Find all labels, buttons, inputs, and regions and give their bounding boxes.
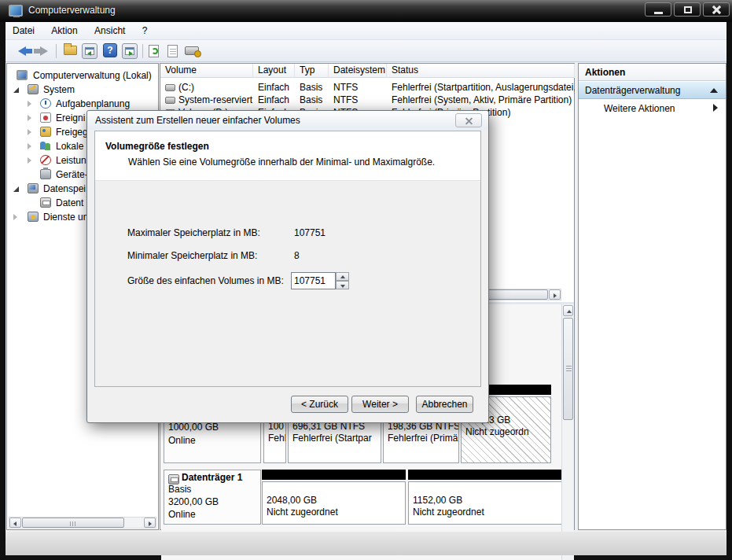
window-title: Computerverwaltung bbox=[28, 5, 116, 16]
volume-icon bbox=[165, 97, 175, 104]
system-icon bbox=[28, 84, 39, 94]
unallocated-bar bbox=[262, 470, 406, 480]
volume-size-label: Größe des einfachen Volumes in MB: bbox=[127, 275, 284, 286]
wizard-heading: Volumegröße festlegen bbox=[105, 141, 209, 152]
actions-item-weitere-aktionen[interactable]: Weitere Aktionen bbox=[579, 100, 726, 117]
scroll-thumb[interactable] bbox=[22, 518, 124, 528]
gear-icon bbox=[194, 50, 201, 57]
collapsed-twisty-icon[interactable] bbox=[28, 129, 31, 135]
collapsed-twisty-icon[interactable] bbox=[28, 101, 31, 107]
collapsed-twisty-icon[interactable] bbox=[28, 143, 31, 149]
actions-group-datentraegerverwaltung[interactable]: Datenträgerverwaltung bbox=[579, 82, 726, 99]
toolbar: ? bbox=[6, 40, 726, 62]
toolbar-separator bbox=[56, 44, 57, 58]
disk-management-node-icon bbox=[40, 197, 51, 208]
actions-title: Aktionen bbox=[579, 64, 726, 81]
disk0-size: 1000,00 GB bbox=[164, 422, 260, 433]
collapsed-twisty-icon[interactable] bbox=[13, 214, 17, 220]
column-layout[interactable]: Layout bbox=[253, 64, 295, 78]
column-status[interactable]: Status bbox=[387, 64, 575, 78]
disk1-unallocated-block-2[interactable]: 1152,00 GBNicht zugeordnet bbox=[408, 470, 562, 525]
column-dateisystem[interactable]: Dateisystem bbox=[329, 64, 387, 78]
menu-help[interactable]: ? bbox=[135, 22, 155, 40]
unallocated-bar bbox=[408, 470, 562, 480]
storage-icon bbox=[28, 183, 39, 193]
app-icon bbox=[9, 5, 23, 17]
scroll-up-button[interactable] bbox=[563, 305, 573, 316]
volume-size-spinner bbox=[336, 272, 349, 289]
minimize-icon bbox=[654, 12, 663, 14]
menu-bar: Datei Aktion Ansicht ? bbox=[6, 22, 726, 40]
expanded-twisty-icon[interactable] bbox=[13, 87, 19, 93]
min-space-label: Minimaler Speicherplatz in MB: bbox=[127, 250, 257, 261]
disk1-unallocated-block-1[interactable]: 2048,00 GBNicht zugeordnet bbox=[262, 470, 406, 525]
volume-list-header: Volume Layout Typ Dateisystem Status bbox=[160, 64, 575, 78]
export-folder-icon[interactable] bbox=[64, 46, 77, 55]
min-space-value: 8 bbox=[294, 250, 300, 261]
toolbar-separator bbox=[142, 44, 143, 58]
next-button[interactable]: Weiter > bbox=[351, 396, 409, 413]
collapsed-twisty-icon[interactable] bbox=[28, 115, 31, 121]
menu-datei[interactable]: Datei bbox=[6, 22, 42, 40]
expanded-twisty-icon[interactable] bbox=[13, 186, 19, 192]
new-simple-volume-wizard: Assistent zum Erstellen neuer einfacher … bbox=[86, 110, 489, 423]
refresh-icon[interactable] bbox=[149, 45, 159, 57]
shared-folders-icon bbox=[40, 127, 51, 137]
actions-panel: Aktionen Datenträgerverwaltung Weitere A… bbox=[578, 63, 726, 530]
computer-management-window: Computerverwaltung Datei Aktion Ansicht … bbox=[0, 0, 732, 560]
show-console-tree-icon[interactable] bbox=[82, 43, 97, 59]
column-typ[interactable]: Typ bbox=[295, 64, 329, 78]
users-icon bbox=[40, 141, 51, 151]
close-button[interactable] bbox=[703, 2, 730, 17]
computer-icon bbox=[17, 70, 28, 80]
wizard-header: Volumegröße festlegen Wählen Sie eine Vo… bbox=[95, 131, 480, 181]
volume-icon bbox=[165, 84, 175, 91]
disk1-type: Basis bbox=[164, 484, 260, 496]
title-bar[interactable]: Computerverwaltung bbox=[0, 0, 732, 22]
back-button[interactable]: < Zurück bbox=[291, 396, 348, 413]
dialog-title: Assistent zum Erstellen neuer einfacher … bbox=[95, 115, 300, 126]
volume-size-input[interactable] bbox=[291, 272, 336, 289]
collapse-icon[interactable] bbox=[710, 88, 718, 93]
wizard-content-panel: Volumegröße festlegen Wählen Sie eine Vo… bbox=[94, 131, 481, 387]
spinner-up-button[interactable] bbox=[336, 272, 349, 281]
tree-horizontal-scrollbar[interactable] bbox=[9, 517, 156, 529]
spinner-down-button[interactable] bbox=[336, 281, 349, 289]
max-space-value: 107751 bbox=[294, 227, 326, 238]
forward-icon[interactable] bbox=[40, 46, 48, 56]
scroll-right-button[interactable] bbox=[549, 289, 561, 300]
scroll-thumb[interactable] bbox=[563, 318, 573, 420]
column-volume[interactable]: Volume bbox=[160, 64, 253, 78]
dialog-close-button[interactable] bbox=[455, 113, 482, 127]
dialog-title-bar[interactable]: Assistent zum Erstellen neuer einfacher … bbox=[87, 111, 488, 130]
maximize-button[interactable] bbox=[674, 2, 701, 17]
disk1-size: 3200,00 GB bbox=[164, 496, 260, 508]
volume-row-system-reserviert[interactable]: System-reserviert Einfach Basis NTFS Feh… bbox=[160, 94, 575, 106]
menu-aktion[interactable]: Aktion bbox=[44, 22, 84, 40]
wizard-subheading: Wählen Sie eine Volumegröße innerhalb de… bbox=[128, 157, 435, 168]
disk0-status: Online bbox=[164, 435, 260, 447]
performance-icon bbox=[40, 155, 51, 165]
back-icon[interactable] bbox=[18, 46, 26, 56]
menu-ansicht[interactable]: Ansicht bbox=[87, 22, 132, 40]
task-scheduler-icon bbox=[40, 98, 51, 109]
volume-row-c[interactable]: (C:) Einfach Basis NTFS Fehlerfrei (Star… bbox=[160, 81, 575, 94]
max-space-label: Maximaler Speicherplatz in MB: bbox=[127, 227, 260, 238]
collapsed-twisty-icon[interactable] bbox=[28, 157, 31, 164]
scroll-left-button[interactable] bbox=[9, 518, 21, 528]
graph-vertical-scrollbar[interactable] bbox=[561, 304, 574, 560]
scroll-right-button[interactable] bbox=[144, 518, 156, 528]
services-icon bbox=[28, 212, 39, 222]
cancel-button[interactable]: Abbrechen bbox=[416, 396, 473, 413]
submenu-arrow-icon bbox=[713, 104, 718, 112]
show-action-pane-icon[interactable] bbox=[122, 43, 138, 59]
event-viewer-icon bbox=[40, 112, 51, 123]
device-manager-icon bbox=[40, 169, 51, 179]
maximize-icon bbox=[684, 6, 692, 13]
help-icon[interactable]: ? bbox=[103, 43, 117, 57]
minimize-button[interactable] bbox=[645, 2, 671, 17]
disk1-status: Online bbox=[164, 509, 260, 521]
disk1-label-box[interactable]: Datenträger 1 Basis 3200,00 GB Online bbox=[164, 470, 261, 525]
window-bottom-frame[interactable] bbox=[6, 532, 726, 555]
properties-icon[interactable] bbox=[167, 45, 178, 57]
